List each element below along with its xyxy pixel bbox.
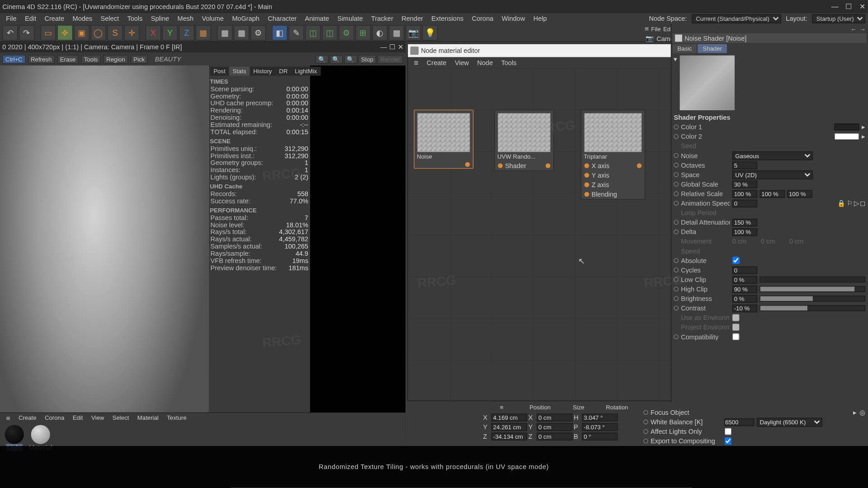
rot-input[interactable] xyxy=(582,413,618,421)
move-tool-icon[interactable]: ✥ xyxy=(57,25,73,40)
low-clip-slider[interactable] xyxy=(760,277,865,282)
low-clip-input[interactable] xyxy=(732,276,757,283)
noise-type-select[interactable]: Gaseous xyxy=(732,151,813,160)
vp-zoom100-icon[interactable]: 🔍 xyxy=(344,55,357,64)
color2-picker-icon[interactable]: ▸ xyxy=(862,132,865,140)
mm-material[interactable]: Material xyxy=(134,413,162,423)
axis-world-icon[interactable]: ▦ xyxy=(196,25,211,40)
global-scale-input[interactable] xyxy=(732,180,757,188)
delta-input[interactable] xyxy=(732,228,757,236)
vp-stop[interactable]: Stop xyxy=(358,55,376,64)
menu-character[interactable]: Character xyxy=(264,14,300,23)
detail-atten-input[interactable] xyxy=(732,218,757,226)
tab-stats[interactable]: Stats xyxy=(229,67,250,76)
menu-edit[interactable]: Edit xyxy=(21,14,40,23)
size-input[interactable] xyxy=(537,413,572,421)
vp-region[interactable]: Region xyxy=(103,55,128,64)
vp-max-icon[interactable]: ☐ xyxy=(389,43,395,51)
camera-icon[interactable]: 📷 xyxy=(406,25,421,40)
uvw-in-port[interactable] xyxy=(498,163,503,168)
menu-window[interactable]: Window xyxy=(498,14,528,23)
cursor-icon[interactable]: ✛ xyxy=(124,25,139,40)
ne-node[interactable]: Node xyxy=(474,58,497,66)
vp-refresh[interactable]: Refresh xyxy=(28,55,54,64)
color1-swatch[interactable] xyxy=(834,123,859,131)
tri-out-port[interactable] xyxy=(637,163,642,168)
redo-icon[interactable]: ↷ xyxy=(19,25,34,40)
rotate-tool-icon[interactable]: ◯ xyxy=(90,25,106,40)
pos-input[interactable] xyxy=(491,432,527,440)
menu-tools[interactable]: Tools xyxy=(123,14,146,23)
square-icon[interactable]: ◻ xyxy=(860,199,865,207)
ne-create[interactable]: Create xyxy=(423,58,450,66)
minimize-button[interactable]: — xyxy=(831,2,839,10)
tri-x-port[interactable] xyxy=(585,163,590,168)
mm-texture[interactable]: Texture xyxy=(163,413,190,423)
rs-y-input[interactable] xyxy=(760,190,784,197)
menu-render[interactable]: Render xyxy=(398,14,426,23)
rs-x-input[interactable] xyxy=(732,190,757,197)
pos-input[interactable] xyxy=(491,413,527,421)
vp-min-icon[interactable]: — xyxy=(381,43,387,51)
wb-preset-select[interactable]: Daylight (6500 K) xyxy=(757,418,822,427)
cycles-input[interactable] xyxy=(732,266,757,274)
lock-icon[interactable]: 🔒 xyxy=(837,199,845,207)
menu-animate[interactable]: Animate xyxy=(302,14,333,23)
node-noise[interactable]: Noise xyxy=(414,110,473,169)
scale-tool-icon[interactable]: ▣ xyxy=(74,25,90,40)
attr-back-icon[interactable]: ← xyxy=(850,26,857,33)
color2-swatch[interactable] xyxy=(834,133,859,140)
vp-tools[interactable]: Tools xyxy=(81,55,101,64)
size-input[interactable] xyxy=(537,423,572,431)
menu-simulate[interactable]: Simulate xyxy=(334,14,366,23)
rot-input[interactable] xyxy=(582,432,618,440)
menu-create[interactable]: Create xyxy=(41,14,68,23)
undo-icon[interactable]: ↶ xyxy=(2,25,18,40)
tab-post[interactable]: Post xyxy=(210,67,229,76)
menu-corona[interactable]: Corona xyxy=(468,14,497,23)
attr-fwd-icon[interactable]: → xyxy=(859,26,866,33)
close-button[interactable]: ✕ xyxy=(859,2,865,10)
subdiv-icon[interactable]: ◫ xyxy=(305,25,321,40)
attr-tab-shader[interactable]: Shader xyxy=(698,44,727,53)
affect-lights-checkbox[interactable] xyxy=(725,428,732,435)
viewport[interactable]: Post Stats History DR LightMix TIMES Sce… xyxy=(0,66,406,440)
field-icon[interactable]: ▦ xyxy=(389,25,404,40)
maximize-button[interactable]: ☐ xyxy=(845,2,852,10)
vp-close-icon[interactable]: ✕ xyxy=(398,43,403,51)
menu-tracker[interactable]: Tracker xyxy=(368,14,396,23)
vp-zoomfit-icon[interactable]: 🔍 xyxy=(330,55,343,64)
brightness-input[interactable] xyxy=(732,295,757,302)
mm-create[interactable]: Create xyxy=(15,413,40,423)
tab-dr[interactable]: DR xyxy=(275,67,291,76)
render-active-icon[interactable]: ▦ xyxy=(234,25,249,40)
tri-y-port[interactable] xyxy=(585,173,590,178)
high-clip-slider[interactable] xyxy=(760,286,865,292)
wb-input[interactable] xyxy=(725,418,755,426)
node-uvw-randomizer[interactable]: UVW Rando... Shader xyxy=(494,110,554,171)
ne-view[interactable]: View xyxy=(451,58,472,66)
pos-input[interactable] xyxy=(491,423,527,431)
deformer-icon[interactable]: ⚙ xyxy=(339,25,354,40)
octaves-input[interactable] xyxy=(732,161,757,169)
menu-modes[interactable]: Modes xyxy=(69,14,96,23)
absolute-checkbox[interactable] xyxy=(732,257,740,264)
menu-extensions[interactable]: Extensions xyxy=(428,14,467,23)
axis-x-icon[interactable]: X xyxy=(146,25,161,40)
menu-mograph[interactable]: MoGraph xyxy=(228,14,263,23)
menu-help[interactable]: Help xyxy=(530,14,551,23)
mm-view[interactable]: View xyxy=(88,413,108,423)
menu-select[interactable]: Select xyxy=(97,14,123,23)
attr-expand-icon[interactable]: ▾ xyxy=(673,54,679,112)
size-input[interactable] xyxy=(537,432,572,440)
spline-pen-icon[interactable]: ✎ xyxy=(288,25,304,40)
layout-select[interactable]: Startup (User) xyxy=(812,14,865,23)
uvw-out-port[interactable] xyxy=(546,163,551,168)
select-tool-icon[interactable]: ▭ xyxy=(41,25,56,40)
vp-copy[interactable]: Ctrl+C xyxy=(2,55,25,64)
noise-out-port[interactable] xyxy=(465,162,470,167)
menu-spline[interactable]: Spline xyxy=(147,14,173,23)
tri-z-port[interactable] xyxy=(585,183,590,188)
space-select[interactable]: UV (2D) xyxy=(732,170,813,179)
tri-blend-port[interactable] xyxy=(585,192,590,197)
